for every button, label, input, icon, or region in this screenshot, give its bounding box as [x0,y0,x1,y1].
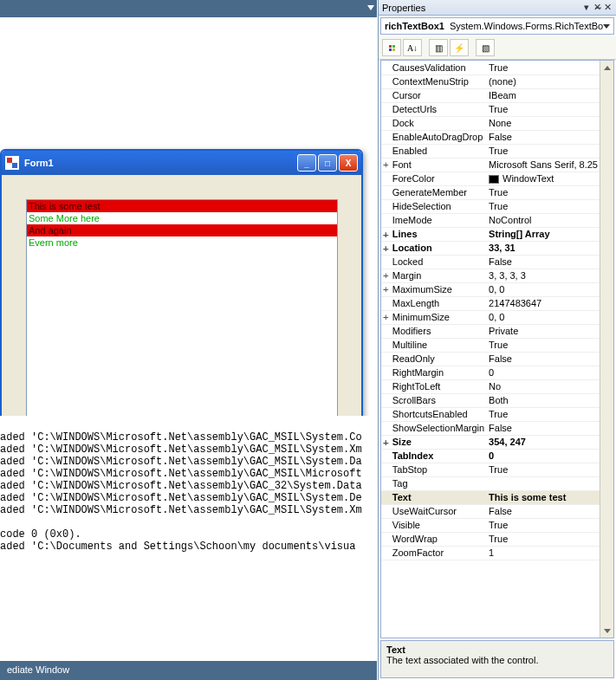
property-value[interactable]: Microsoft Sans Serif, 8.25 [487,158,600,172]
property-row[interactable]: +MinimumSize0, 0 [381,310,600,324]
property-value[interactable]: False [487,352,600,366]
dropdown-icon[interactable]: ▾ [581,2,592,13]
property-row[interactable]: DetectUrlsTrue [381,102,600,116]
property-row[interactable]: TabIndex0 [381,449,600,463]
property-row[interactable]: WordWrapTrue [381,532,600,546]
property-value[interactable]: True [487,532,600,546]
property-row[interactable]: ScrollBarsBoth [381,393,600,407]
property-row[interactable]: RightToLeftNo [381,379,600,393]
expand-icon[interactable]: + [381,435,391,449]
property-row[interactable]: UseWaitCursorFalse [381,504,600,518]
property-value[interactable]: 0 [487,366,600,379]
expand-icon[interactable]: + [381,227,391,241]
property-value[interactable] [487,476,600,490]
expand-icon[interactable]: + [381,158,391,172]
property-row[interactable]: +MaximumSize0, 0 [381,282,600,296]
property-row[interactable]: ShortcutsEnabledTrue [381,407,600,421]
property-value[interactable]: True [487,407,600,421]
property-value[interactable]: False [487,421,600,435]
property-row[interactable]: DockNone [381,116,600,130]
property-row[interactable]: ZoomFactor1 [381,546,600,560]
property-value[interactable]: True [487,338,600,352]
property-value[interactable]: Private [487,324,600,338]
property-row[interactable]: HideSelectionTrue [381,199,600,213]
property-row[interactable]: ReadOnlyFalse [381,352,600,366]
property-value[interactable]: False [487,504,600,518]
expand-icon[interactable]: + [381,282,391,296]
form1-titlebar[interactable]: Form1 _ □ X [2,151,361,175]
property-value[interactable]: False [487,130,600,144]
expand-icon[interactable]: + [381,310,391,324]
property-row[interactable]: Tag [381,476,600,490]
property-value[interactable]: WindowText [487,172,600,185]
property-value[interactable]: 0, 0 [487,310,600,324]
properties-page-button[interactable]: ▥ [429,39,448,56]
property-value[interactable]: True [487,185,600,199]
dropdown-icon[interactable] [367,5,374,10]
property-value[interactable]: None [487,116,600,130]
property-value[interactable]: No [487,379,600,393]
property-row[interactable]: RightMargin0 [381,366,600,379]
property-row[interactable]: TextThis is some test [381,490,600,504]
property-value[interactable]: 2147483647 [487,296,600,310]
property-value[interactable]: True [487,61,600,74]
property-row[interactable]: ForeColorWindowText [381,172,600,185]
property-value[interactable]: False [487,255,600,269]
scroll-up-button[interactable] [600,61,613,74]
property-value[interactable]: True [487,463,600,476]
property-row[interactable]: MultilineTrue [381,338,600,352]
property-grid[interactable]: CausesValidationTrueContextMenuStrip(non… [380,60,614,638]
properties-panel-titlebar[interactable]: Properties ▾ ✕̶ ✕ [379,0,616,16]
property-value[interactable]: 354, 247 [487,435,600,449]
output-window[interactable]: aded 'C:\WINDOWS\Microsoft.Net\assembly\… [0,416,377,565]
property-value[interactable]: Both [487,393,600,407]
expand-icon[interactable]: + [381,241,391,255]
property-row[interactable]: MaxLength2147483647 [381,296,600,310]
property-value[interactable]: IBeam [487,88,600,102]
property-row[interactable]: GenerateMemberTrue [381,185,600,199]
categorized-button[interactable] [382,39,401,56]
richtextbox1[interactable]: This is some test Some More here And aga… [26,199,338,424]
close-icon[interactable]: ✕ [602,2,613,13]
object-selector[interactable]: richTextBox1 System.Windows.Forms.RichTe… [380,17,614,35]
events-button[interactable]: ⚡ [450,39,469,56]
property-value[interactable]: This is some test [487,490,600,504]
property-value[interactable]: True [487,199,600,213]
property-value[interactable]: True [487,518,600,532]
property-value[interactable]: True [487,144,600,158]
expand-icon[interactable]: + [381,269,391,282]
pin-icon[interactable]: ✕̶ [592,2,602,13]
property-row[interactable]: +Location33, 31 [381,241,600,255]
property-row[interactable]: +LinesString[] Array [381,227,600,241]
property-row[interactable]: LockedFalse [381,255,600,269]
property-row[interactable]: ImeModeNoControl [381,213,600,227]
property-row[interactable]: +FontMicrosoft Sans Serif, 8.25 [381,158,600,172]
property-value[interactable]: True [487,102,600,116]
property-value[interactable]: 0, 0 [487,282,600,296]
property-row[interactable]: EnabledTrue [381,144,600,158]
property-row[interactable]: ShowSelectionMarginFalse [381,421,600,435]
property-row[interactable]: +Margin3, 3, 3, 3 [381,269,600,282]
property-value[interactable]: NoControl [487,213,600,227]
minimize-button[interactable]: _ [297,154,316,172]
property-pages-button[interactable]: ▧ [476,39,495,56]
scroll-down-button[interactable] [600,624,613,638]
property-row[interactable]: ModifiersPrivate [381,324,600,338]
property-value[interactable]: 3, 3, 3, 3 [487,269,600,282]
property-row[interactable]: CursorIBeam [381,88,600,102]
property-row[interactable]: VisibleTrue [381,518,600,532]
property-value[interactable]: String[] Array [487,227,600,241]
property-value[interactable]: 33, 31 [487,241,600,255]
property-row[interactable]: CausesValidationTrue [381,61,600,74]
maximize-button[interactable]: □ [318,154,337,172]
property-row[interactable]: TabStopTrue [381,463,600,476]
scrollbar[interactable] [600,61,613,638]
property-row[interactable]: +Size354, 247 [381,435,600,449]
property-value[interactable]: 1 [487,546,600,560]
close-button[interactable]: X [339,154,358,172]
property-row[interactable]: EnableAutoDragDropFalse [381,130,600,144]
property-value[interactable]: (none) [487,74,600,88]
property-value[interactable]: 0 [487,449,600,463]
immediate-window-tab[interactable]: ediate Window [0,661,377,680]
alphabetical-button[interactable]: A↓ [403,39,422,56]
